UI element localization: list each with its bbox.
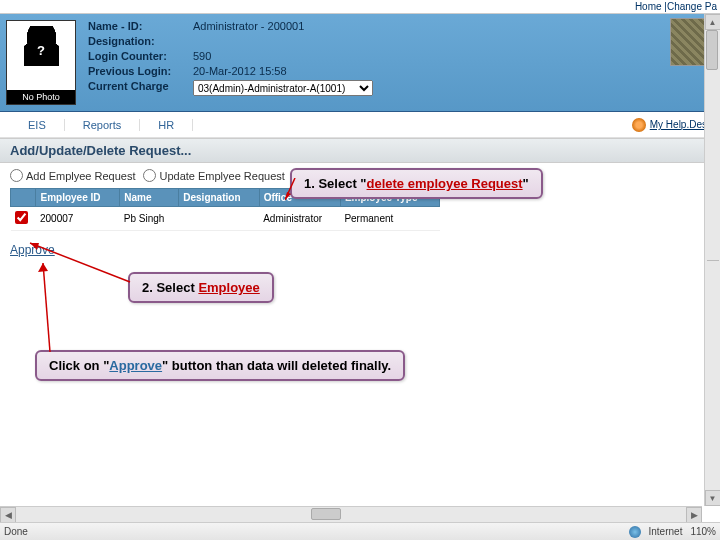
prev-login-label: Previous Login: — [88, 65, 193, 77]
scroll-down-icon[interactable]: ▼ — [705, 490, 721, 506]
horizontal-scrollbar[interactable]: ◀ ▶ — [0, 506, 702, 522]
status-bar: Done Internet 110% — [0, 522, 720, 540]
tab-reports[interactable]: Reports — [65, 119, 141, 131]
status-done: Done — [4, 526, 28, 537]
changepw-link[interactable]: Change Pa — [667, 1, 717, 12]
user-photo: ? No Photo — [6, 20, 76, 105]
svg-marker-5 — [38, 263, 48, 272]
page-title: Add/Update/Delete Request... — [0, 138, 720, 163]
callout-1: 1. Select "delete employee Request" — [290, 168, 543, 199]
arrow-3-icon — [35, 260, 75, 355]
radio-add[interactable]: Add Emplyee Request — [10, 169, 135, 182]
status-internet: Internet — [649, 526, 683, 537]
table-row: 200007 Pb Singh Administrator Permanent — [11, 207, 440, 231]
callout-2: 2. Select Employee — [128, 272, 274, 303]
photo-label: No Photo — [7, 90, 75, 104]
cell-name: Pb Singh — [120, 207, 179, 231]
photo-question-icon: ? — [37, 43, 45, 58]
radio-update[interactable]: Update Emplyee Request — [143, 169, 284, 182]
cell-id: 200007 — [36, 207, 120, 231]
top-nav: Home |Change Pa — [0, 0, 720, 14]
scroll-left-icon[interactable]: ◀ — [0, 507, 16, 523]
prev-login-value: 20-Mar-2012 15:58 — [193, 65, 287, 77]
cell-office: Administrator — [259, 207, 340, 231]
status-zoom[interactable]: 110% — [690, 526, 716, 537]
designation-label: Designation: — [88, 35, 193, 47]
th-name: Name — [120, 189, 179, 207]
cell-desg — [179, 207, 259, 231]
callout-3: Click on "Approve" button than data will… — [35, 350, 405, 381]
tab-hr[interactable]: HR — [140, 119, 193, 131]
current-charge-label: Current Charge — [88, 80, 193, 96]
row-checkbox[interactable] — [15, 211, 28, 224]
name-id-value: Administrator - 200001 — [193, 20, 304, 32]
approve-link[interactable]: Approve — [10, 243, 55, 257]
login-counter-label: Login Counter: — [88, 50, 193, 62]
user-header: ? No Photo Name - ID:Administrator - 200… — [0, 14, 720, 112]
th-desg: Designation — [179, 189, 259, 207]
vscroll-thumb[interactable] — [706, 30, 718, 70]
scroll-right-icon[interactable]: ▶ — [686, 507, 702, 523]
th-id: Employee ID — [36, 189, 120, 207]
login-counter-value: 590 — [193, 50, 211, 62]
th-select — [11, 189, 36, 207]
tab-bar: EIS Reports HR My Help.Desk — [0, 112, 720, 138]
helpdesk-link[interactable]: My Help.Desk — [632, 118, 712, 132]
cell-type: Permanent — [340, 207, 439, 231]
tab-eis[interactable]: EIS — [10, 119, 65, 131]
vertical-scrollbar[interactable]: ▲ ▼ — [704, 14, 720, 506]
svg-line-4 — [43, 263, 50, 352]
name-id-label: Name - ID: — [88, 20, 193, 32]
current-charge-select[interactable]: 03(Admin)-Administrator-A(1001) — [193, 80, 373, 96]
globe-icon — [629, 526, 641, 538]
home-link[interactable]: Home — [635, 1, 662, 12]
scroll-up-icon[interactable]: ▲ — [705, 14, 721, 30]
hscroll-thumb[interactable] — [311, 508, 341, 520]
